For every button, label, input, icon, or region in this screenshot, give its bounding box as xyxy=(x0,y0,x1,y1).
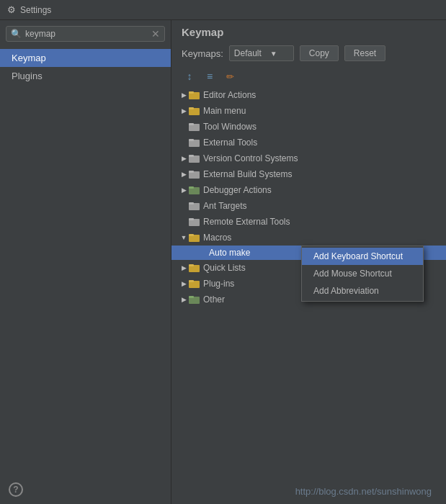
expand-arrow-main-menu: ▶ xyxy=(179,106,189,116)
tree-item-macros[interactable]: ▼ Macros xyxy=(171,230,446,246)
context-menu-item-keyboard-shortcut[interactable]: Add Keyboard Shortcut xyxy=(302,248,423,265)
sidebar-items: Keymap Plugins xyxy=(0,48,171,86)
panel-title: Keymap xyxy=(171,20,446,41)
expand-arrow-version-control: ▶ xyxy=(179,153,189,163)
expand-arrow-editor-actions: ▶ xyxy=(179,90,189,100)
expand-arrow-quick-lists: ▶ xyxy=(179,263,189,273)
svg-rect-19 xyxy=(189,234,194,236)
tree-item-external-build[interactable]: ▶ External Build Systems xyxy=(171,166,446,182)
tree-item-label: Tool Windows xyxy=(203,122,439,132)
folder-icon-editor-actions xyxy=(189,89,200,101)
folder-icon-macros xyxy=(189,232,200,243)
sidebar: 🔍 ✕ Keymap Plugins ? xyxy=(0,20,171,504)
expand-arrow-other: ▶ xyxy=(179,294,189,305)
tree-item-label: Version Control Systems xyxy=(203,153,439,163)
collapse-all-icon[interactable]: ≡ xyxy=(202,68,218,84)
keymaps-select[interactable]: Default ▼ xyxy=(229,45,294,61)
svg-rect-11 xyxy=(189,171,194,173)
tree-item-label: Remote External Tools xyxy=(203,217,439,227)
expand-arrow-plug-ins: ▶ xyxy=(179,279,189,289)
search-input[interactable] xyxy=(25,29,148,39)
context-menu: Add Keyboard Shortcut Add Mouse Shortcut… xyxy=(301,246,424,302)
tree-item-debugger-actions[interactable]: ▶ Debugger Actions xyxy=(171,182,446,198)
title-bar: ⚙ Settings xyxy=(0,0,446,20)
expand-arrow-external-build: ▶ xyxy=(179,169,189,179)
svg-rect-7 xyxy=(189,139,194,141)
tree-item-remote-external[interactable]: Remote External Tools xyxy=(171,214,446,230)
folder-icon-version-control xyxy=(189,153,200,164)
tree-item-label: Main menu xyxy=(203,106,439,116)
folder-icon-tool-windows xyxy=(189,121,200,132)
tree-item-ant-targets[interactable]: Ant Targets xyxy=(171,198,446,214)
sidebar-item-plugins[interactable]: Plugins xyxy=(0,67,171,85)
svg-rect-21 xyxy=(189,264,194,266)
tree-item-label: Editor Actions xyxy=(203,90,439,100)
expand-arrow-macros: ▼ xyxy=(179,233,189,243)
sidebar-footer: ? xyxy=(0,475,171,504)
folder-icon-external-tools xyxy=(189,137,200,148)
settings-icon: ⚙ xyxy=(7,4,16,15)
help-icon[interactable]: ? xyxy=(9,482,23,497)
copy-button[interactable]: Copy xyxy=(300,45,339,61)
svg-rect-13 xyxy=(189,186,194,189)
svg-rect-1 xyxy=(189,91,194,94)
context-menu-item-abbreviation[interactable]: Add Abbreviation xyxy=(302,282,423,300)
tree-item-main-menu[interactable]: ▶ Main menu xyxy=(171,103,446,119)
title-bar-label: Settings xyxy=(20,5,51,15)
folder-icon-quick-lists xyxy=(189,262,200,274)
tree-item-tool-windows[interactable]: Tool Windows xyxy=(171,119,446,135)
sidebar-item-keymap[interactable]: Keymap xyxy=(0,49,171,67)
search-clear-icon[interactable]: ✕ xyxy=(151,29,160,39)
search-box: 🔍 ✕ xyxy=(6,26,165,42)
tree-item-label: External Tools xyxy=(203,138,439,148)
folder-icon-main-menu xyxy=(189,105,200,117)
tree-item-editor-actions[interactable]: ▶ Editor Actions xyxy=(171,87,446,103)
tree-item-label: Ant Targets xyxy=(203,201,439,211)
keymaps-label: Keymaps: xyxy=(182,48,223,59)
folder-icon-debugger-actions xyxy=(189,184,200,196)
svg-rect-9 xyxy=(189,155,194,157)
tree-item-version-control[interactable]: ▶ Version Control Systems xyxy=(171,150,446,166)
tree-item-label: External Build Systems xyxy=(203,169,439,179)
svg-rect-17 xyxy=(189,218,194,220)
dropdown-arrow-icon: ▼ xyxy=(270,50,277,58)
folder-icon-external-build xyxy=(189,168,200,180)
svg-rect-3 xyxy=(189,107,194,109)
svg-rect-15 xyxy=(189,202,194,204)
keymaps-row: Keymaps: Default ▼ Copy Reset xyxy=(171,41,446,66)
tree-item-auto-make[interactable]: Auto make Add Keyboard Shortcut Add Mous… xyxy=(171,246,446,260)
tree-item-external-tools[interactable]: External Tools xyxy=(171,135,446,150)
expand-arrow-debugger: ▶ xyxy=(179,185,189,195)
folder-icon-ant-targets xyxy=(189,200,200,212)
edit-icon[interactable]: ✏ xyxy=(222,68,238,84)
expand-all-icon[interactable]: ↕ xyxy=(182,68,197,84)
right-panel: Keymap Keymaps: Default ▼ Copy Reset ↕ ≡… xyxy=(171,20,446,504)
tree-item-label: Debugger Actions xyxy=(203,185,439,195)
svg-rect-23 xyxy=(189,280,194,282)
search-icon: 🔍 xyxy=(11,29,22,39)
svg-rect-25 xyxy=(189,296,194,298)
folder-icon-remote-external xyxy=(189,216,200,228)
tree-container[interactable]: ▶ Editor Actions ▶ Main menu xyxy=(171,86,446,504)
folder-icon-plug-ins xyxy=(189,278,200,289)
context-menu-item-mouse-shortcut[interactable]: Add Mouse Shortcut xyxy=(302,265,423,282)
reset-button[interactable]: Reset xyxy=(344,45,385,61)
toolbar-icons: ↕ ≡ ✏ xyxy=(171,66,446,86)
svg-rect-5 xyxy=(189,123,194,125)
tree-item-label: Macros xyxy=(203,233,439,243)
folder-icon-other xyxy=(189,294,200,305)
